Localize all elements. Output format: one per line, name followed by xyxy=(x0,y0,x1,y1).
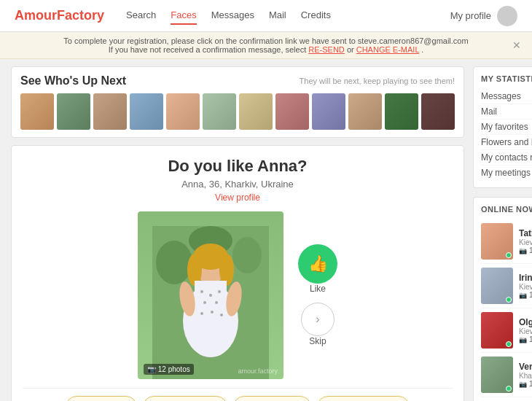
camera-icon-1: 📷 xyxy=(519,247,527,254)
nav-faces[interactable]: Faces xyxy=(171,7,196,25)
online-location-2: Kiev, Ukraine xyxy=(519,283,532,291)
action-bar: ✉ Send mail 😉 Send a wink ★ To favorites… xyxy=(23,388,453,401)
online-user-3[interactable]: Olga, 22 Kiev, Ukraine 📷 17 photos xyxy=(481,308,532,353)
notif-resend[interactable]: RE-SEND xyxy=(308,45,345,54)
send-wink-button[interactable]: 😉 Send a wink xyxy=(143,396,227,401)
online-user-2[interactable]: Irina, 23 Kiev, Ukraine 📷 12 photos xyxy=(481,264,532,308)
svg-point-10 xyxy=(200,290,203,293)
svg-point-2 xyxy=(232,237,262,273)
send-mail-button[interactable]: ✉ Send mail xyxy=(66,396,137,401)
svg-point-11 xyxy=(209,294,212,297)
notif-close-button[interactable]: ✕ xyxy=(512,39,521,51)
thumbnail-1[interactable] xyxy=(20,93,54,130)
online-indicator-1 xyxy=(506,252,512,258)
header: AmourFactory Search Faces Messages Mail … xyxy=(0,0,532,32)
watermark: amour.factory xyxy=(238,367,278,375)
notif-text1: To complete your registration, please cl… xyxy=(63,36,468,45)
thumbnail-5[interactable] xyxy=(166,93,200,130)
nav-mail[interactable]: Mail xyxy=(269,7,286,25)
online-info-4: Veronika, 24 Kharkiv, Ukraine 📷 14 photo… xyxy=(519,362,532,388)
online-avatar-4 xyxy=(481,357,513,393)
profile-label[interactable]: My profile xyxy=(450,10,491,21)
thumbnail-11[interactable] xyxy=(385,93,418,130)
skip-button[interactable]: › xyxy=(301,303,335,336)
whos-next-subtitle: They will be next, keep playing to see t… xyxy=(300,77,455,85)
profile-image-area: 📷 12 photos amour.factory 👍 Like › xyxy=(23,211,453,379)
like-button[interactable]: 👍 xyxy=(298,244,337,284)
stats-label-messages: Messages xyxy=(481,91,521,101)
profile-card: Do you like Anna? Anna, 36, Kharkiv, Ukr… xyxy=(11,145,464,401)
thumbnail-12[interactable] xyxy=(421,93,455,130)
stats-label-meetings: My meetings requests xyxy=(481,168,532,178)
camera-icon-3: 📷 xyxy=(519,336,527,343)
arrow-right-icon: › xyxy=(316,313,319,326)
stats-label-favorites: My favorites xyxy=(481,122,528,132)
svg-point-1 xyxy=(156,241,192,284)
thumbnail-3[interactable] xyxy=(93,93,127,130)
profile-photo-svg xyxy=(152,226,269,379)
online-name-3: Olga, 22 xyxy=(519,317,532,327)
svg-point-15 xyxy=(200,312,203,315)
camera-icon-4: 📷 xyxy=(519,381,527,388)
nav-credits[interactable]: Credits xyxy=(301,7,331,25)
online-photos-count-3: 17 photos xyxy=(529,335,532,343)
thumbnail-8[interactable] xyxy=(275,93,309,130)
whos-next-header: See Who's Up Next They will be next, kee… xyxy=(20,74,455,87)
main-content: See Who's Up Next They will be next, kee… xyxy=(0,59,532,401)
online-info-1: Tatiana, 24 Kiev, Ukraine 📷 16 photos xyxy=(519,228,532,254)
online-user-5[interactable]: Karyna, 26 Kiev, Ukraine 📷 19 photos xyxy=(481,397,532,401)
online-box: ONLINE NOW: Tatiana, 24 Kiev, Ukraine 📷 … xyxy=(473,197,532,401)
skip-button-group: › Skip xyxy=(301,303,335,346)
photo-count: 📷 12 photos xyxy=(144,364,194,375)
stats-label-flowers: Flowers and Presents xyxy=(481,137,532,147)
send-presents-button[interactable]: 🎁 Send presents xyxy=(317,396,410,401)
whos-next-title: See Who's Up Next xyxy=(20,74,126,87)
online-user-1[interactable]: Tatiana, 24 Kiev, Ukraine 📷 16 photos xyxy=(481,219,532,264)
stats-row-flowers: Flowers and Presents 0 xyxy=(481,135,532,150)
stats-label-contacts: My contacts requests xyxy=(481,152,532,163)
thumbnail-10[interactable] xyxy=(348,93,382,130)
thumbnail-7[interactable] xyxy=(239,93,273,130)
avatar[interactable] xyxy=(497,6,517,26)
online-indicator-2 xyxy=(506,297,512,303)
online-user-4[interactable]: Veronika, 24 Kharkiv, Ukraine 📷 14 photo… xyxy=(481,353,532,397)
online-info-2: Irina, 23 Kiev, Ukraine 📷 12 photos xyxy=(519,273,532,299)
stats-row-mail: Mail 0 xyxy=(481,104,532,120)
thumbnail-4[interactable] xyxy=(130,93,163,130)
thumbnail-2[interactable] xyxy=(57,93,90,130)
svg-point-13 xyxy=(203,301,206,304)
svg-point-14 xyxy=(215,301,218,304)
online-photos-count-1: 16 photos xyxy=(529,246,532,254)
online-location-3: Kiev, Ukraine xyxy=(519,327,532,335)
nav-search[interactable]: Search xyxy=(126,7,156,25)
online-photos-3: 📷 17 photos xyxy=(519,335,532,343)
notif-change-email[interactable]: CHANGE E-MAIL xyxy=(356,45,419,54)
online-avatar-1 xyxy=(481,223,513,260)
main-nav: Search Faces Messages Mail Credits xyxy=(126,7,450,25)
online-name-4: Veronika, 24 xyxy=(519,362,532,372)
online-avatar-3 xyxy=(481,312,513,349)
like-button-group: 👍 Like xyxy=(298,244,337,294)
nav-messages[interactable]: Messages xyxy=(211,7,254,25)
online-avatar-2 xyxy=(481,268,513,304)
online-name-1: Tatiana, 24 xyxy=(519,228,532,238)
online-location-4: Kharkiv, Ukraine xyxy=(519,372,532,380)
profile-detail: Anna, 36, Kharkiv, Ukraine xyxy=(23,179,453,190)
view-profile-link[interactable]: View profile xyxy=(23,192,453,203)
whos-next-section: See Who's Up Next They will be next, kee… xyxy=(11,66,464,138)
thumbnail-6[interactable] xyxy=(203,93,236,130)
stats-row-favorites: My favorites 0 xyxy=(481,120,532,135)
logo: AmourFactory xyxy=(15,8,104,23)
sidebar: MY STATISTICS Messages 0 Mail 0 My favor… xyxy=(473,66,532,401)
profile-question: Do you like Anna? xyxy=(23,157,453,176)
thumbs-up-icon: 👍 xyxy=(308,254,328,273)
online-indicator-3 xyxy=(506,341,512,347)
stats-row-contacts: My contacts requests 0 xyxy=(481,150,532,166)
online-title: ONLINE NOW: xyxy=(481,205,532,214)
thumbnail-9[interactable] xyxy=(312,93,345,130)
notif-or: or xyxy=(347,45,354,54)
online-name-2: Irina, 23 xyxy=(519,273,532,283)
statistics-box: MY STATISTICS Messages 0 Mail 0 My favor… xyxy=(473,66,532,188)
profile-area: My profile xyxy=(450,6,517,26)
to-favorites-button[interactable]: ★ To favorites xyxy=(233,396,311,401)
